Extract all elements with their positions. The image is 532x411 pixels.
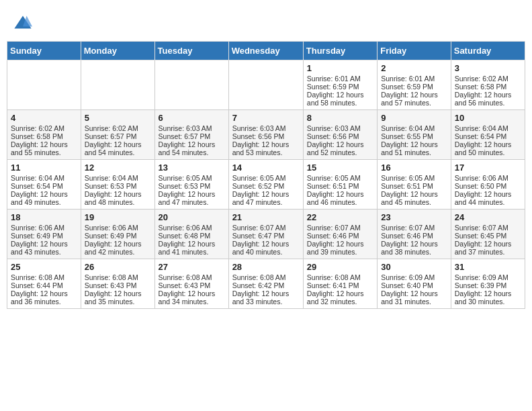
cell-content-line: Daylight: 12 hours — [85, 240, 151, 248]
cell-content-line: Daylight: 12 hours — [381, 240, 447, 248]
calendar-cell: 19Sunrise: 6:06 AMSunset: 6:49 PMDayligh… — [81, 210, 154, 259]
cell-content-line: Sunrise: 6:08 AM — [11, 273, 77, 281]
calendar-cell — [7, 60, 81, 110]
day-number: 23 — [381, 212, 447, 222]
cell-content-line: Daylight: 12 hours — [11, 240, 77, 248]
cell-content-line: Daylight: 12 hours — [85, 289, 151, 298]
cell-content-line: Sunrise: 6:03 AM — [307, 124, 373, 132]
day-number: 19 — [85, 212, 151, 222]
calendar-cell: 16Sunrise: 6:05 AMSunset: 6:51 PMDayligh… — [378, 160, 451, 210]
cell-content-line: and 55 minutes. — [11, 148, 77, 156]
cell-content-line: Daylight: 12 hours — [159, 289, 225, 298]
cell-content-line: and 35 minutes. — [85, 298, 151, 306]
cell-content-line: and 33 minutes. — [232, 298, 300, 306]
day-number: 26 — [85, 262, 151, 272]
cell-content-line: Sunrise: 6:04 AM — [381, 124, 447, 132]
day-number: 29 — [307, 262, 373, 272]
cell-content-line: Sunset: 6:40 PM — [381, 281, 447, 289]
cell-content-line: Sunset: 6:46 PM — [381, 232, 447, 240]
cell-content-line: Sunrise: 6:08 AM — [85, 273, 151, 281]
cell-content-line: Daylight: 12 hours — [232, 140, 300, 148]
cell-content-line: Daylight: 12 hours — [307, 289, 373, 298]
header-saturday: Saturday — [451, 42, 525, 60]
cell-content-line: Sunrise: 6:01 AM — [381, 75, 447, 83]
day-number: 9 — [381, 113, 447, 123]
calendar-table: SundayMondayTuesdayWednesdayThursdayFrid… — [7, 41, 525, 309]
cell-content-line: and 54 minutes. — [85, 148, 151, 156]
cell-content-line: and 42 minutes. — [85, 248, 151, 256]
cell-content-line: and 41 minutes. — [159, 248, 225, 256]
calendar-cell: 10Sunrise: 6:04 AMSunset: 6:54 PMDayligh… — [451, 110, 525, 160]
cell-content-line: Sunset: 6:48 PM — [159, 232, 225, 240]
calendar-cell: 31Sunrise: 6:09 AMSunset: 6:39 PMDayligh… — [451, 259, 525, 309]
cell-content-line: Sunrise: 6:09 AM — [455, 273, 521, 281]
cell-content-line: Daylight: 12 hours — [159, 140, 225, 148]
cell-content-line: Sunrise: 6:05 AM — [159, 174, 225, 182]
cell-content-line: Sunrise: 6:08 AM — [307, 273, 373, 281]
cell-content-line: Sunset: 6:57 PM — [85, 132, 151, 140]
calendar-cell — [81, 60, 154, 110]
cell-content-line: Daylight: 12 hours — [159, 240, 225, 248]
cell-content-line: Sunset: 6:43 PM — [159, 281, 225, 289]
cell-content-line: Sunrise: 6:02 AM — [455, 75, 521, 83]
cell-content-line: Sunrise: 6:07 AM — [307, 224, 373, 232]
calendar-cell: 18Sunrise: 6:06 AMSunset: 6:49 PMDayligh… — [7, 210, 81, 259]
cell-content-line: and 54 minutes. — [159, 148, 225, 156]
day-number: 11 — [11, 163, 77, 173]
header-wednesday: Wednesday — [228, 42, 303, 60]
calendar-cell: 3Sunrise: 6:02 AMSunset: 6:58 PMDaylight… — [451, 60, 525, 110]
day-number: 17 — [455, 163, 521, 173]
header-tuesday: Tuesday — [154, 42, 228, 60]
logo-icon — [13, 13, 32, 32]
day-number: 25 — [11, 262, 77, 272]
cell-content-line: Daylight: 12 hours — [159, 190, 225, 198]
cell-content-line: and 34 minutes. — [159, 298, 225, 306]
day-number: 7 — [232, 113, 300, 123]
calendar-cell: 17Sunrise: 6:06 AMSunset: 6:50 PMDayligh… — [451, 160, 525, 210]
cell-content-line: and 48 minutes. — [85, 198, 151, 206]
calendar-cell: 12Sunrise: 6:04 AMSunset: 6:53 PMDayligh… — [81, 160, 154, 210]
day-number: 12 — [85, 163, 151, 173]
calendar-cell: 24Sunrise: 6:07 AMSunset: 6:45 PMDayligh… — [451, 210, 525, 259]
cell-content-line: Sunset: 6:47 PM — [232, 232, 300, 240]
cell-content-line: Sunrise: 6:03 AM — [159, 124, 225, 132]
cell-content-line: and 46 minutes. — [307, 198, 373, 206]
cell-content-line: Sunrise: 6:07 AM — [381, 224, 447, 232]
cell-content-line: Sunrise: 6:06 AM — [159, 224, 225, 232]
cell-content-line: Daylight: 12 hours — [381, 91, 447, 99]
day-number: 4 — [11, 113, 77, 123]
day-number: 10 — [455, 113, 521, 123]
cell-content-line: Sunset: 6:51 PM — [381, 182, 447, 190]
cell-content-line: Sunset: 6:39 PM — [455, 281, 521, 289]
cell-content-line: Sunset: 6:52 PM — [232, 182, 300, 190]
calendar-cell: 20Sunrise: 6:06 AMSunset: 6:48 PMDayligh… — [154, 210, 228, 259]
calendar-cell: 22Sunrise: 6:07 AMSunset: 6:46 PMDayligh… — [303, 210, 377, 259]
cell-content-line: Daylight: 12 hours — [381, 140, 447, 148]
header-thursday: Thursday — [303, 42, 377, 60]
cell-content-line: Daylight: 12 hours — [381, 190, 447, 198]
calendar-cell — [154, 60, 228, 110]
cell-content-line: and 32 minutes. — [307, 298, 373, 306]
calendar-cell: 28Sunrise: 6:08 AMSunset: 6:42 PMDayligh… — [228, 259, 303, 309]
day-number: 30 — [381, 262, 447, 272]
cell-content-line: and 58 minutes. — [307, 99, 373, 107]
calendar-cell: 30Sunrise: 6:09 AMSunset: 6:40 PMDayligh… — [378, 259, 451, 309]
cell-content-line: Daylight: 12 hours — [455, 91, 521, 99]
cell-content-line: Sunrise: 6:04 AM — [85, 174, 151, 182]
cell-content-line: Sunset: 6:57 PM — [159, 132, 225, 140]
cell-content-line: Sunset: 6:54 PM — [11, 182, 77, 190]
cell-content-line: and 37 minutes. — [455, 248, 521, 256]
page-header — [7, 7, 525, 36]
cell-content-line: and 47 minutes. — [159, 198, 225, 206]
cell-content-line: Sunset: 6:55 PM — [381, 132, 447, 140]
cell-content-line: Sunset: 6:41 PM — [307, 281, 373, 289]
calendar-cell: 8Sunrise: 6:03 AMSunset: 6:56 PMDaylight… — [303, 110, 377, 160]
cell-content-line: Sunset: 6:59 PM — [381, 83, 447, 91]
cell-content-line: Sunrise: 6:05 AM — [381, 174, 447, 182]
cell-content-line: Sunset: 6:49 PM — [85, 232, 151, 240]
cell-content-line: Sunset: 6:42 PM — [232, 281, 300, 289]
cell-content-line: Daylight: 12 hours — [455, 240, 521, 248]
cell-content-line: Sunset: 6:50 PM — [455, 182, 521, 190]
cell-content-line: Sunset: 6:56 PM — [307, 132, 373, 140]
cell-content-line: Sunrise: 6:02 AM — [11, 124, 77, 132]
